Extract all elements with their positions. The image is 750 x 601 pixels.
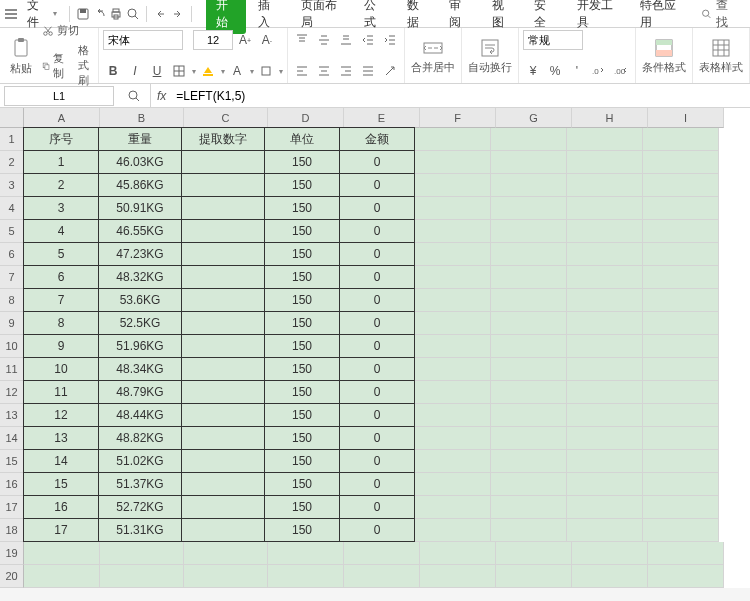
decimal-increase-icon[interactable]: .0 xyxy=(589,61,609,81)
cell[interactable]: 0 xyxy=(339,334,415,358)
row-header[interactable]: 9 xyxy=(0,312,24,335)
cell[interactable] xyxy=(344,542,420,565)
cell[interactable] xyxy=(491,404,567,427)
cell[interactable]: 0 xyxy=(339,403,415,427)
row-header[interactable]: 8 xyxy=(0,289,24,312)
cell[interactable] xyxy=(415,450,491,473)
cell[interactable] xyxy=(415,289,491,312)
italic-button[interactable]: I xyxy=(125,61,145,81)
cell[interactable] xyxy=(643,197,719,220)
name-box[interactable] xyxy=(4,86,114,106)
indent-decrease-icon[interactable] xyxy=(358,30,378,50)
cell[interactable] xyxy=(491,197,567,220)
cell[interactable] xyxy=(100,542,184,565)
cell[interactable] xyxy=(181,265,265,289)
cell[interactable]: 提取数字 xyxy=(181,127,265,151)
cell[interactable] xyxy=(491,243,567,266)
cell[interactable]: 5 xyxy=(23,242,99,266)
cell[interactable]: 13 xyxy=(23,426,99,450)
row-header[interactable]: 7 xyxy=(0,266,24,289)
chevron-down-icon[interactable]: ▾ xyxy=(250,67,254,76)
cell[interactable] xyxy=(572,542,648,565)
cell[interactable] xyxy=(643,289,719,312)
cell[interactable]: 6 xyxy=(23,265,99,289)
cell[interactable] xyxy=(491,358,567,381)
cell[interactable] xyxy=(567,289,643,312)
col-header[interactable]: F xyxy=(420,108,496,128)
paste-button[interactable]: 粘贴 xyxy=(4,34,38,78)
table-style-button[interactable]: 表格样式 xyxy=(693,28,750,83)
font-family-select[interactable] xyxy=(103,30,183,50)
cell[interactable]: 150 xyxy=(264,403,340,427)
cell[interactable] xyxy=(268,542,344,565)
cell[interactable]: 0 xyxy=(339,311,415,335)
cell[interactable] xyxy=(491,128,567,151)
cell[interactable] xyxy=(491,427,567,450)
cell[interactable] xyxy=(181,288,265,312)
cell[interactable]: 150 xyxy=(264,150,340,174)
cell[interactable] xyxy=(643,220,719,243)
cell[interactable] xyxy=(415,335,491,358)
cell[interactable]: 52.72KG xyxy=(98,495,182,519)
cell[interactable] xyxy=(415,174,491,197)
cell[interactable] xyxy=(24,565,100,588)
cell[interactable]: 0 xyxy=(339,449,415,473)
cell[interactable] xyxy=(415,519,491,542)
cell[interactable]: 46.55KG xyxy=(98,219,182,243)
cell[interactable]: 47.23KG xyxy=(98,242,182,266)
cell[interactable]: 150 xyxy=(264,334,340,358)
fx-icon[interactable]: fx xyxy=(151,89,172,103)
cell[interactable] xyxy=(567,266,643,289)
cell[interactable]: 9 xyxy=(23,334,99,358)
cell[interactable]: 150 xyxy=(264,173,340,197)
cell[interactable] xyxy=(491,151,567,174)
cell[interactable] xyxy=(491,450,567,473)
percent-icon[interactable]: % xyxy=(545,61,565,81)
cell[interactable]: 150 xyxy=(264,449,340,473)
cell[interactable] xyxy=(181,426,265,450)
cell[interactable]: 150 xyxy=(264,219,340,243)
cell[interactable] xyxy=(567,358,643,381)
cell[interactable] xyxy=(491,381,567,404)
cell[interactable]: 48.44KG xyxy=(98,403,182,427)
cell[interactable]: 52.5KG xyxy=(98,311,182,335)
cell[interactable]: 0 xyxy=(339,357,415,381)
cell[interactable] xyxy=(181,150,265,174)
cell[interactable] xyxy=(181,173,265,197)
increase-font-icon[interactable]: A+ xyxy=(235,30,255,50)
align-top-icon[interactable] xyxy=(292,30,312,50)
cell[interactable] xyxy=(420,542,496,565)
cell[interactable]: 51.31KG xyxy=(98,518,182,542)
cell[interactable]: 51.37KG xyxy=(98,472,182,496)
justify-icon[interactable] xyxy=(358,61,378,81)
cell[interactable] xyxy=(567,381,643,404)
col-header[interactable]: D xyxy=(268,108,344,128)
cell[interactable] xyxy=(415,128,491,151)
zoom-icon[interactable] xyxy=(126,88,142,104)
cell[interactable]: 2 xyxy=(23,173,99,197)
row-header[interactable]: 5 xyxy=(0,220,24,243)
cell[interactable] xyxy=(643,358,719,381)
cell[interactable] xyxy=(643,335,719,358)
cell[interactable]: 0 xyxy=(339,288,415,312)
cell[interactable]: 150 xyxy=(264,265,340,289)
cell[interactable]: 0 xyxy=(339,518,415,542)
row-header[interactable]: 20 xyxy=(0,565,24,588)
cell[interactable]: 0 xyxy=(339,380,415,404)
cell[interactable] xyxy=(415,266,491,289)
merge-button[interactable]: 合并居中 xyxy=(405,28,462,83)
cell[interactable]: 金额 xyxy=(339,127,415,151)
cell[interactable] xyxy=(567,243,643,266)
row-header[interactable]: 15 xyxy=(0,450,24,473)
cell[interactable] xyxy=(648,542,724,565)
cell[interactable]: 序号 xyxy=(23,127,99,151)
underline-button[interactable]: U xyxy=(147,61,167,81)
hamburger-icon[interactable] xyxy=(4,6,19,22)
cell[interactable] xyxy=(567,220,643,243)
cell[interactable]: 150 xyxy=(264,380,340,404)
cell[interactable]: 0 xyxy=(339,173,415,197)
align-middle-icon[interactable] xyxy=(314,30,334,50)
cell[interactable]: 150 xyxy=(264,288,340,312)
cell[interactable] xyxy=(648,565,724,588)
cell[interactable]: 3 xyxy=(23,196,99,220)
